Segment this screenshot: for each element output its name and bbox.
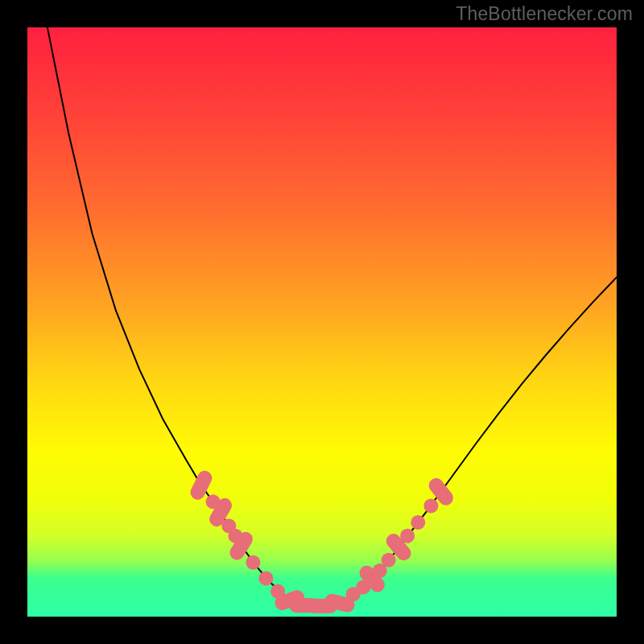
marker-dot <box>400 529 415 543</box>
plot-area <box>27 27 617 617</box>
chart-frame: TheBottlenecker.com <box>0 0 644 644</box>
marker-dot <box>382 553 396 568</box>
marker-dot <box>246 555 260 570</box>
gradient-bg <box>27 27 617 617</box>
marker-dot <box>258 571 273 585</box>
marker-dot <box>411 515 425 530</box>
watermark-text: TheBottlenecker.com <box>456 3 633 25</box>
marker-dot <box>423 498 438 513</box>
chart-svg <box>27 27 617 617</box>
